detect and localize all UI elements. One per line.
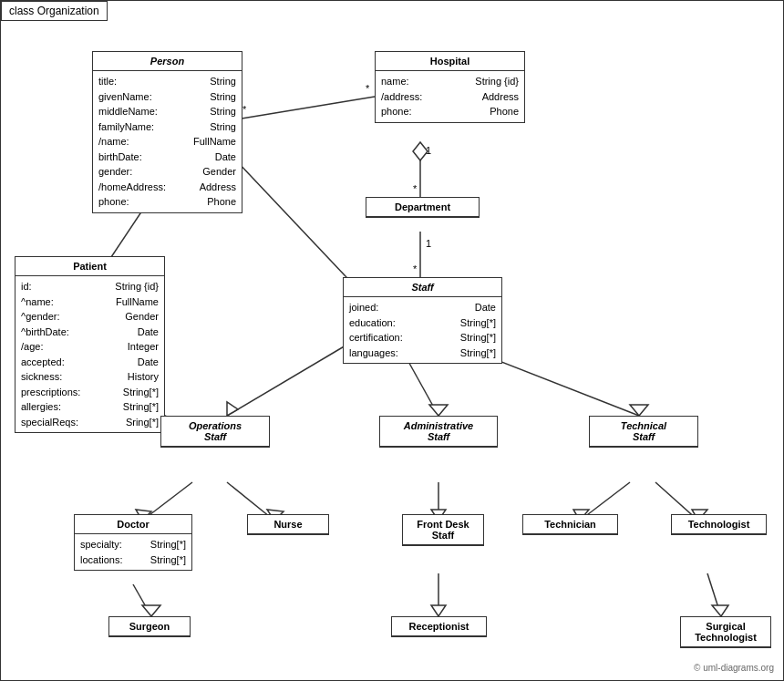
svg-line-12 — [236, 160, 361, 293]
department-class: Department — [366, 197, 480, 218]
hospital-name: Hospital — [376, 52, 524, 71]
administrative-staff-name: AdministrativeStaff — [380, 417, 497, 447]
front-desk-staff-name: Front DeskStaff — [403, 515, 483, 545]
patient-attrs: id:String {id} ^name:FullName ^gender:Ge… — [15, 276, 164, 432]
svg-text:*: * — [366, 83, 370, 94]
svg-line-33 — [133, 584, 151, 616]
receptionist-name: Receptionist — [392, 617, 486, 636]
hospital-attrs: name:String {id} /address:Address phone:… — [376, 71, 524, 122]
department-name: Department — [366, 198, 479, 217]
person-attrs: title:String givenName:String middleName… — [93, 71, 242, 212]
staff-class: Staff joined:Date education:String[*] ce… — [343, 277, 502, 364]
diagram-container: class Organization * * 1 * 1 * * * — [0, 0, 784, 681]
svg-text:1: 1 — [426, 145, 431, 156]
svg-marker-18 — [227, 402, 238, 416]
surgeon-name: Surgeon — [109, 617, 190, 636]
patient-class: Patient id:String {id} ^name:FullName ^g… — [15, 256, 165, 433]
hospital-class: Hospital name:String {id} /address:Addre… — [375, 51, 525, 123]
nurse-name: Nurse — [248, 515, 328, 534]
technologist-class: Technologist — [671, 514, 767, 535]
technologist-name: Technologist — [672, 515, 766, 534]
operations-staff-name: OperationsStaff — [161, 417, 269, 447]
person-class: Person title:String givenName:String mid… — [92, 51, 242, 213]
copyright-text: © uml-diagrams.org — [694, 663, 774, 673]
svg-text:*: * — [413, 263, 418, 274]
diagram-title: class Organization — [1, 1, 108, 21]
svg-marker-38 — [712, 605, 728, 616]
svg-marker-34 — [142, 605, 160, 616]
svg-marker-20 — [429, 405, 448, 416]
technical-staff-class: TechnicalStaff — [589, 416, 698, 448]
receptionist-class: Receptionist — [391, 616, 487, 637]
svg-line-37 — [707, 573, 721, 616]
svg-text:1: 1 — [426, 238, 431, 249]
operations-staff-class: OperationsStaff — [160, 416, 270, 448]
svg-text:*: * — [413, 183, 418, 194]
technician-class: Technician — [522, 514, 618, 535]
svg-marker-22 — [630, 405, 648, 416]
technical-staff-name: TechnicalStaff — [590, 417, 697, 447]
doctor-class: Doctor specialty:String[*] locations:Str… — [74, 514, 192, 571]
administrative-staff-class: AdministrativeStaff — [379, 416, 498, 448]
svg-marker-4 — [413, 142, 428, 160]
surgeon-class: Surgeon — [108, 616, 191, 637]
doctor-attrs: specialty:String[*] locations:String[*] — [75, 534, 191, 570]
person-name: Person — [93, 52, 242, 71]
front-desk-staff-class: Front DeskStaff — [402, 514, 484, 546]
svg-text:*: * — [242, 104, 247, 115]
svg-line-0 — [236, 97, 375, 119]
patient-name: Patient — [15, 257, 164, 276]
staff-name: Staff — [344, 278, 501, 297]
staff-attrs: joined:Date education:String[*] certific… — [344, 297, 501, 363]
nurse-class: Nurse — [247, 514, 329, 535]
doctor-name: Doctor — [75, 515, 191, 534]
svg-marker-36 — [431, 605, 446, 616]
surgical-technologist-class: SurgicalTechnologist — [680, 616, 771, 648]
technician-name: Technician — [523, 515, 617, 534]
surgical-technologist-name: SurgicalTechnologist — [681, 617, 770, 647]
